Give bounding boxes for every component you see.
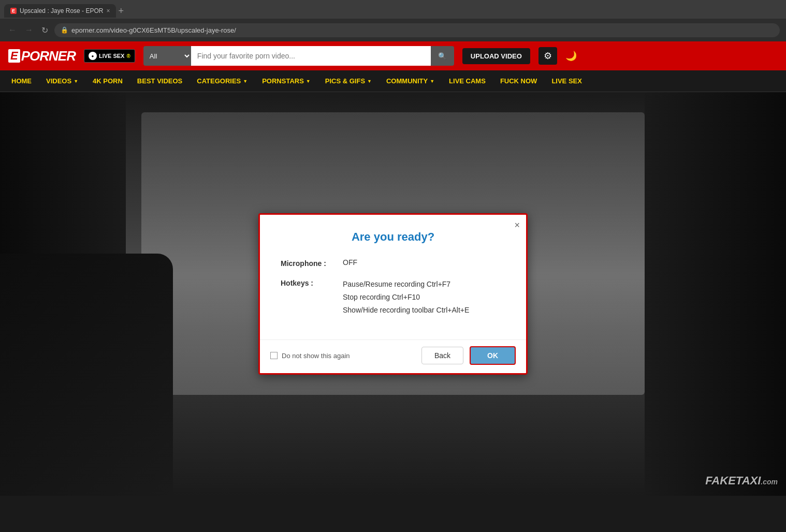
tab-favicon: E <box>10 8 17 14</box>
hotkeys-label: Hotkeys : <box>281 278 343 287</box>
close-tab-button[interactable]: × <box>106 7 110 14</box>
nav-item-videos[interactable]: VIDEOS ▼ <box>39 70 85 92</box>
nav-item-home[interactable]: HOME <box>4 70 39 92</box>
search-container: All Videos Pornstars 🔍 <box>143 46 454 66</box>
nav-label-home: HOME <box>11 77 32 85</box>
address-input[interactable]: 🔒 eporner.com/video-g0CX6EsMT5B/upscaled… <box>54 23 780 37</box>
do-not-show-label: Do not show this again <box>282 352 350 360</box>
nav-item-live-sex[interactable]: LIVE SEX <box>544 70 589 92</box>
dialog-overlay: × Are you ready? Microphone : OFF Hotkey… <box>0 92 786 496</box>
dialog-close-button[interactable]: × <box>514 220 520 231</box>
record-icon: ● <box>89 52 97 60</box>
nav-item-fuck-now[interactable]: FUCK NOW <box>493 70 545 92</box>
nav-item-categories[interactable]: CATEGORIES ▼ <box>190 70 255 92</box>
nav-label-best-videos: BEST VIDEOS <box>137 77 182 85</box>
nav-label-fuck-now: FUCK NOW <box>500 77 537 85</box>
hotkeys-value: Pause/Resume recording Ctrl+F7 Stop reco… <box>343 278 469 317</box>
back-button[interactable]: ← <box>6 23 19 37</box>
nav-label-community: COMMUNITY <box>386 77 428 85</box>
nav-arrow-videos: ▼ <box>74 79 78 84</box>
microphone-row: Microphone : OFF <box>281 258 505 268</box>
browser-chrome: E Upscaled : Jaye Rose - EPOR × + ← → ↻ … <box>0 0 786 41</box>
nav-item-4kporn[interactable]: 4K PORN <box>85 70 130 92</box>
dialog-title: Are you ready? <box>281 230 505 244</box>
address-bar: ← → ↻ 🔒 eporner.com/video-g0CX6EsMT5B/up… <box>0 19 786 41</box>
nav-label-videos: VIDEOS <box>46 77 71 85</box>
live-sex-badge[interactable]: ● LIVE SEX ® <box>84 49 135 63</box>
nav-item-best-videos[interactable]: BEST VIDEOS <box>130 70 190 92</box>
live-sex-label: LIVE SEX <box>99 53 125 59</box>
nav-label-pics-gifs: PICS & GIFS <box>325 77 365 85</box>
active-tab[interactable]: E Upscaled : Jaye Rose - EPOR × <box>4 4 116 18</box>
video-area: FAKETAXI.com × Are you ready? Microphone… <box>0 92 786 496</box>
search-button[interactable]: 🔍 <box>431 46 454 66</box>
new-tab-button[interactable]: + <box>118 6 124 17</box>
settings-icon[interactable]: ⚙ <box>538 47 557 65</box>
microphone-value: OFF <box>343 258 357 267</box>
nav-arrow-categories: ▼ <box>243 79 248 84</box>
nav-label-categories: CATEGORIES <box>197 77 241 85</box>
upload-video-button[interactable]: UPLOAD VIDEO <box>462 48 530 64</box>
nav-arrow-pornstars: ▼ <box>306 79 311 84</box>
address-text: eporner.com/video-g0CX6EsMT5B/upscaled-j… <box>71 26 236 34</box>
dialog-body: Are you ready? Microphone : OFF Hotkeys … <box>260 215 526 340</box>
back-button[interactable]: Back <box>421 347 463 364</box>
logo-text: PORNER <box>21 48 76 64</box>
refresh-button[interactable]: ↻ <box>39 23 50 37</box>
checkbox-area: Do not show this again <box>270 352 415 360</box>
search-input[interactable] <box>191 46 431 66</box>
nav-label-live-sex: LIVE SEX <box>551 77 582 85</box>
site-header: E PORNER ● LIVE SEX ® All Videos Pornsta… <box>0 41 786 70</box>
nav-label-4kporn: 4K PORN <box>93 77 123 85</box>
ok-button[interactable]: OK <box>470 346 516 365</box>
nav-bar: HOME VIDEOS ▼ 4K PORN BEST VIDEOS CATEGO… <box>0 70 786 92</box>
tab-title: Upscaled : Jaye Rose - EPOR <box>20 7 103 14</box>
tab-bar: E Upscaled : Jaye Rose - EPOR × + <box>0 0 786 19</box>
site-logo[interactable]: E PORNER <box>8 48 76 64</box>
forward-button[interactable]: → <box>23 23 35 37</box>
hotkey-3: Show/Hide recording toolbar Ctrl+Alt+E <box>343 306 469 314</box>
lock-icon: 🔒 <box>61 26 68 34</box>
nav-label-pornstars: PORNSTARS <box>262 77 304 85</box>
nav-arrow-community: ▼ <box>430 79 434 84</box>
logo-e: E <box>8 49 20 63</box>
hotkey-2: Stop recording Ctrl+F10 <box>343 293 420 301</box>
do-not-show-checkbox[interactable] <box>270 352 278 359</box>
nav-item-live-cams[interactable]: LIVE CAMS <box>442 70 493 92</box>
search-type-select[interactable]: All Videos Pornstars <box>143 46 191 66</box>
nav-item-pornstars[interactable]: PORNSTARS ▼ <box>255 70 318 92</box>
dark-mode-button[interactable]: 🌙 <box>565 50 577 62</box>
nav-item-pics-gifs[interactable]: PICS & GIFS ▼ <box>318 70 379 92</box>
hotkey-1: Pause/Resume recording Ctrl+F7 <box>343 280 450 288</box>
dialog-footer: Do not show this again Back OK <box>260 339 526 373</box>
microphone-label: Microphone : <box>281 258 343 268</box>
live-sex-superscript: ® <box>126 53 130 59</box>
ready-dialog: × Are you ready? Microphone : OFF Hotkey… <box>258 213 528 375</box>
nav-arrow-pics-gifs: ▼ <box>367 79 372 84</box>
nav-item-community[interactable]: COMMUNITY ▼ <box>379 70 442 92</box>
nav-label-live-cams: LIVE CAMS <box>449 77 486 85</box>
hotkeys-row: Hotkeys : Pause/Resume recording Ctrl+F7… <box>281 278 505 317</box>
